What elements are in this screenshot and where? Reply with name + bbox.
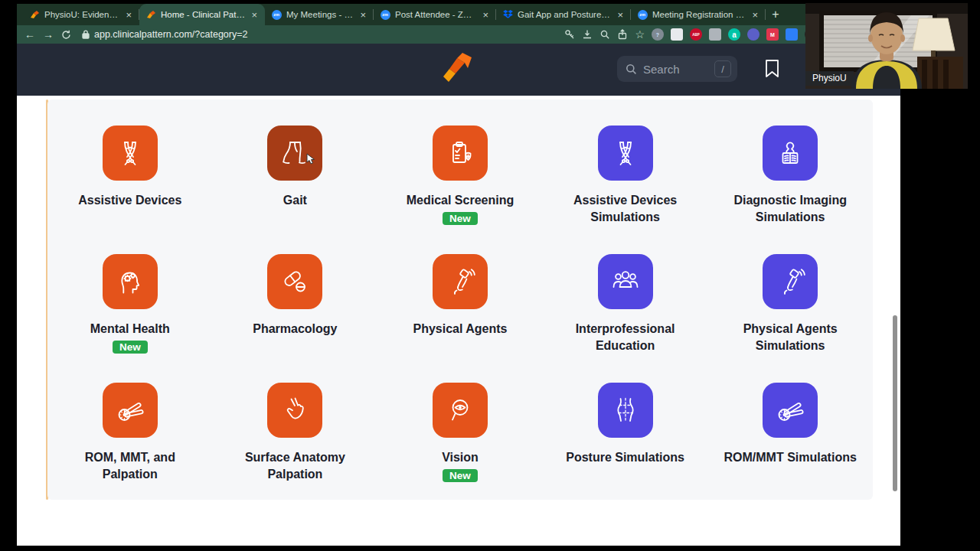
tab-home-clinical-pattern[interactable]: Home - Clinical Pattern × [139,4,265,25]
tab-physiou[interactable]: PhysioU: Evidence-based Phy × [23,4,139,25]
browser-toolbar: ← → app.clinicalpattern.com/?category=2 … [17,25,900,44]
ultrasound-wand-icon[interactable] [763,254,818,309]
category-mental-health[interactable]: Mental Health New [47,254,213,383]
tile-label: ROM/MMT Simulations [724,449,857,466]
download-icon[interactable] [582,29,593,40]
category-gait[interactable]: Gait [213,126,378,254]
zoom-favicon-icon: zm [271,9,282,20]
crutches-icon[interactable] [103,126,158,181]
extension-icon[interactable] [671,28,683,41]
search-input[interactable]: Search / [617,56,737,82]
category-rom-mmt-palpation[interactable]: ROM, MMT, and Palpation [47,383,213,511]
tab-close-icon[interactable]: × [481,9,490,21]
dropbox-favicon-icon [502,9,513,20]
tab-title: Home - Clinical Pattern [161,10,245,19]
posture-spine-icon[interactable] [598,383,653,438]
tab-post-attendee[interactable]: zm Post Attendee - Zoom × [374,4,496,25]
category-vision[interactable]: Vision New [377,383,543,511]
tile-label: Pharmacology [253,321,337,337]
category-diagnostic-imaging-simulations[interactable]: Diagnostic Imaging Simulations [707,126,873,254]
web-page: Search / Assistive Devices [17,44,900,546]
slash-shortcut-key: / [714,60,731,77]
goniometer-icon[interactable] [763,383,818,438]
tile-label: Physical Agents [413,321,507,337]
tab-strip: PhysioU: Evidence-based Phy × Home - Cli… [17,4,900,25]
tile-label: Physical Agents Simulations [721,321,859,354]
category-grid-panel: Assistive Devices Gait Medical Screening [47,99,873,500]
extension-icon[interactable]: a [728,28,740,41]
category-physical-agents[interactable]: Physical Agents [377,254,543,383]
bookmarks-icon[interactable] [765,59,779,78]
tab-close-icon[interactable]: × [124,9,133,21]
extension-icon[interactable] [709,28,721,41]
tab-title: Meeting Registration - Zoom [652,10,746,19]
reload-button[interactable] [61,30,71,40]
tile-label: Surface Anatomy Palpation [226,449,364,483]
category-posture-simulations[interactable]: Posture Simulations [543,383,708,511]
tile-label: Posture Simulations [566,449,684,466]
eye-magnifier-icon[interactable] [433,383,488,438]
new-tab-button[interactable]: + [766,4,786,25]
people-group-icon[interactable] [598,254,653,309]
xray-torso-icon[interactable] [763,126,818,181]
tile-label: Assistive Devices [78,192,181,209]
tab-close-icon[interactable]: × [616,9,625,21]
tab-close-icon[interactable]: × [358,9,368,21]
category-medical-screening[interactable]: Medical Screening New [377,126,543,254]
webcam-overlay[interactable]: PhysioU [805,3,968,89]
category-interprofessional-education[interactable]: Interprofessional Education [543,254,708,383]
extension-icon[interactable]: M [766,28,779,41]
tab-title: PhysioU: Evidence-based Phy [44,10,119,19]
extension-icon[interactable] [747,28,760,41]
address-bar[interactable]: app.clinicalpattern.com/?category=2 [79,29,557,40]
tile-label: Diagnostic Imaging Simulations [721,192,859,226]
url-text: app.clinicalpattern.com/?category=2 [94,29,247,40]
category-assistive-devices-simulations[interactable]: Assistive Devices Simulations [543,126,708,254]
tab-title: My Meetings - Zoom [286,10,354,19]
scrollbar-thumb[interactable] [893,315,897,491]
crutches-icon[interactable] [598,126,653,181]
webcam-name-label: PhysioU [805,71,854,86]
search-placeholder: Search [643,63,708,76]
site-header: Search / [17,44,900,96]
medical-screening-icon[interactable] [433,126,488,181]
category-surface-anatomy-palpation[interactable]: Surface Anatomy Palpation [213,383,378,511]
tab-close-icon[interactable]: × [750,9,760,21]
category-rom-mmt-simulations[interactable]: ROM/MMT Simulations [707,383,873,511]
tab-dropbox-file[interactable]: Gait App and Posture Sims.pp × [496,4,631,25]
new-badge: New [443,212,478,225]
category-assistive-devices[interactable]: Assistive Devices [47,126,213,254]
zoom-favicon-icon: zm [637,9,648,20]
pills-icon[interactable] [267,254,322,309]
tile-label: Gait [283,192,307,209]
forward-button[interactable]: → [43,29,54,40]
tab-title: Gait App and Posture Sims.pp [518,10,611,19]
tab-meeting-registration[interactable]: zm Meeting Registration - Zoom × [631,4,766,25]
new-badge: New [113,341,148,354]
share-icon[interactable] [617,29,628,40]
extension-icon[interactable] [786,28,798,41]
tile-label: Vision [442,449,479,466]
physiou-favicon-icon [145,9,156,20]
category-grid: Assistive Devices Gait Medical Screening [47,99,873,511]
goniometer-icon[interactable] [103,383,158,438]
tile-label: Interprofessional Education [557,321,694,354]
screen: PhysioU: Evidence-based Phy × Home - Cli… [0,0,980,551]
extension-icon[interactable]: ? [652,28,664,41]
tab-close-icon[interactable]: × [250,9,259,21]
physiou-logo-icon[interactable] [439,51,479,86]
tile-label: Mental Health [90,321,170,337]
mouse-cursor [305,153,317,165]
tab-my-meetings[interactable]: zm My Meetings - Zoom × [265,4,374,25]
key-icon[interactable] [564,29,575,40]
bookmark-star-icon[interactable]: ☆ [635,28,645,41]
back-button[interactable]: ← [24,29,35,40]
ultrasound-wand-icon[interactable] [433,254,488,309]
extension-icon[interactable]: ABP [690,28,702,41]
head-gears-icon[interactable] [103,254,158,309]
search-icon [626,64,637,75]
palpation-hand-icon[interactable] [267,383,322,438]
search-zoom-icon[interactable] [599,29,610,40]
category-physical-agents-simulations[interactable]: Physical Agents Simulations [707,254,873,383]
category-pharmacology[interactable]: Pharmacology [213,254,378,383]
